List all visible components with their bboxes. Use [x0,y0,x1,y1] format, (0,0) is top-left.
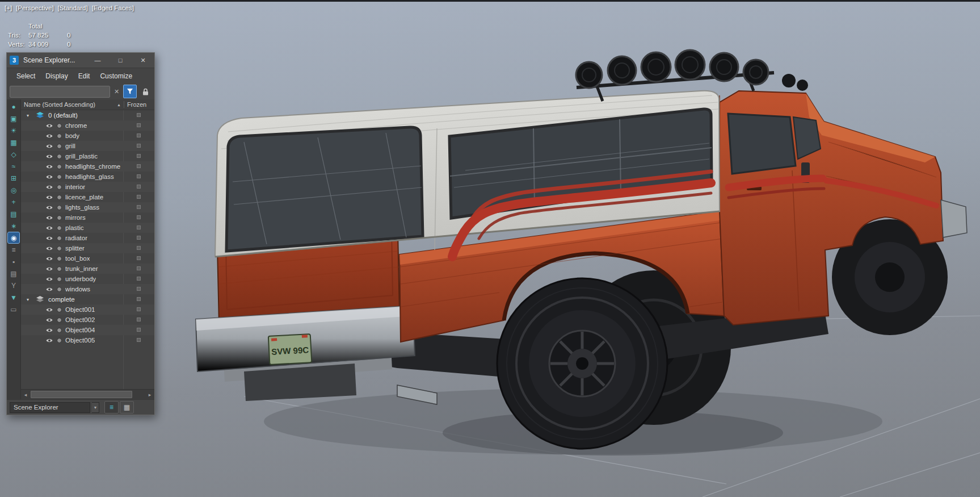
render-toggle-icon[interactable] [57,133,62,139]
display-lights-icon[interactable]: ☀ [8,125,19,136]
render-toggle-icon[interactable] [57,174,62,179]
viewport-menu-general[interactable]: [+] [5,5,12,11]
frozen-toggle[interactable] [137,307,141,311]
frozen-toggle[interactable] [137,185,141,189]
tree-item-row[interactable]: Object002 [21,315,154,325]
visibility-eye-icon[interactable] [46,164,53,169]
visibility-eye-icon[interactable] [46,154,53,159]
display-bag-icon[interactable]: ▭ [8,304,19,315]
frozen-toggle[interactable] [137,338,141,342]
model-rear-wheel[interactable] [497,278,667,449]
render-toggle-icon[interactable] [57,144,62,149]
frozen-toggle[interactable] [137,113,141,117]
display-bones-icon[interactable]: Y [8,280,19,291]
visibility-eye-icon[interactable] [46,307,53,312]
render-toggle-icon[interactable] [57,164,62,169]
render-toggle-icon[interactable] [57,154,62,159]
render-toggle-icon[interactable] [57,195,62,200]
search-filter-button[interactable] [123,85,137,98]
display-cameras-icon[interactable]: ▦ [8,137,19,148]
tree-item-row[interactable]: headlights_glass [21,172,154,182]
menu-display[interactable]: Display [40,68,73,83]
render-toggle-icon[interactable] [57,318,62,323]
frozen-toggle[interactable] [137,205,141,209]
render-toggle-icon[interactable] [57,307,62,312]
display-materials-icon[interactable]: ▪ [8,256,19,267]
visibility-eye-icon[interactable] [46,266,53,272]
frozen-toggle[interactable] [137,174,141,178]
display-xrefs-icon[interactable]: ◎ [8,185,19,195]
expand-arrow-icon[interactable]: ▾ [27,113,33,118]
viewport-menu-render-preset[interactable]: [Standard] [58,5,88,11]
frozen-toggle[interactable] [137,123,141,127]
viewport-menu-shading[interactable]: [Edged Faces] [92,5,134,11]
frozen-toggle[interactable] [137,144,141,148]
visibility-eye-icon[interactable] [46,338,53,343]
minimize-button[interactable]: — [90,55,105,66]
visibility-eye-icon[interactable] [46,174,53,179]
tree-item-row[interactable]: body [21,131,154,141]
tree-item-row[interactable]: grill [21,141,154,151]
tree-item-row[interactable]: licence_plate [21,192,154,202]
frozen-toggle[interactable] [137,236,141,240]
display-containers-icon[interactable]: ▤ [8,208,19,219]
frozen-toggle[interactable] [137,266,141,270]
explorer-selector-combobox[interactable]: Scene Explorer [10,402,90,413]
tree-item-row[interactable]: windows [21,284,154,294]
frozen-toggle[interactable] [137,225,141,229]
visibility-eye-icon[interactable] [46,215,53,220]
frozen-toggle[interactable] [137,164,141,168]
clear-search-icon[interactable]: ✕ [112,88,121,95]
frozen-toggle[interactable] [137,133,141,137]
render-toggle-icon[interactable] [57,256,62,261]
tree-item-row[interactable]: Object001 [21,304,154,315]
lock-button[interactable] [139,85,152,98]
name-column-header[interactable]: Name (Sorted Ascending) [24,101,95,108]
frozen-toggle[interactable] [137,154,141,158]
tree-item-row[interactable]: trunk_inner [21,264,154,274]
visibility-eye-icon[interactable] [46,277,53,282]
menu-customize[interactable]: Customize [95,68,137,83]
visibility-eye-icon[interactable] [46,133,53,139]
visibility-eye-icon[interactable] [46,195,53,200]
scroll-right-icon[interactable]: ▸ [145,392,154,398]
display-shapes-icon[interactable]: ◇ [8,149,19,160]
frozen-toggle[interactable] [137,297,141,301]
expand-arrow-icon[interactable]: ▾ [27,297,33,302]
render-toggle-icon[interactable] [57,266,62,272]
render-toggle-icon[interactable] [57,287,62,292]
selection-filter-icon[interactable]: ▼ [8,292,19,303]
scroll-left-icon[interactable]: ◂ [21,392,30,398]
scroll-thumb[interactable] [31,391,132,398]
visibility-eye-icon[interactable] [46,205,53,210]
render-toggle-icon[interactable] [57,123,62,128]
visibility-eye-icon[interactable] [46,246,53,251]
tree-item-row[interactable]: Object005 [21,335,154,345]
visibility-eye-icon[interactable] [46,328,53,333]
tree-group-row[interactable]: ▾0 (default) [21,110,154,120]
tree-item-row[interactable]: interior [21,182,154,192]
close-button[interactable]: ✕ [136,55,150,66]
display-geometry-icon[interactable]: ▣ [8,113,19,124]
tree-item-row[interactable]: headlights_chrome [21,161,154,172]
menu-select[interactable]: Select [11,68,40,83]
license-plate[interactable]: SVW 99C [268,334,312,365]
visibility-eye-icon[interactable] [46,236,53,241]
tree-item-row[interactable]: radiator [21,233,154,243]
tree-item-row[interactable]: underbody [21,274,154,284]
visibility-eye-icon[interactable] [46,144,53,149]
display-frozen-eye-icon[interactable]: ◉ [8,232,19,243]
visibility-eye-icon[interactable] [46,185,53,190]
visibility-eye-icon[interactable] [46,287,53,292]
render-toggle-icon[interactable] [57,236,62,241]
render-toggle-icon[interactable] [57,246,62,251]
render-toggle-icon[interactable] [57,277,62,282]
display-list-icon[interactable]: ≡ [8,244,19,255]
sort-by-hierarchy-button[interactable]: ▦ [120,401,134,414]
tree-item-row[interactable]: grill_plastic [21,151,154,161]
tree-item-row[interactable]: chrome [21,120,154,131]
frozen-toggle[interactable] [137,277,141,281]
render-toggle-icon[interactable] [57,185,62,190]
render-toggle-icon[interactable] [57,225,62,231]
tree-item-row[interactable]: plastic [21,223,154,233]
